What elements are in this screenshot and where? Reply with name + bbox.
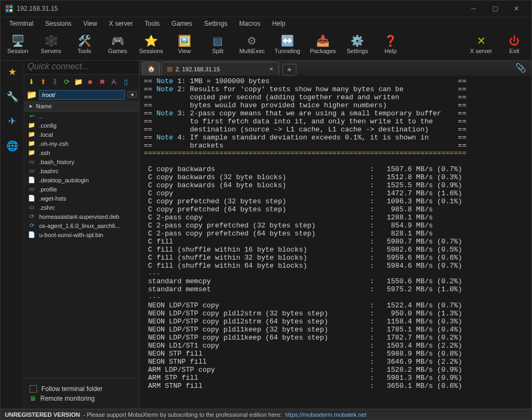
tool-packages[interactable]: 📥Packages <box>310 35 336 54</box>
file-item[interactable]: 📁.config <box>24 121 139 130</box>
properties-icon[interactable]: ▯ <box>121 77 130 86</box>
maximize-button[interactable]: ▢ <box>484 1 506 17</box>
window-title: 192.168.31.15 <box>17 5 58 12</box>
file-item[interactable]: 📁.local <box>24 130 139 139</box>
file-item[interactable]: 📄.desktop_autologin <box>24 175 139 185</box>
menu-tools[interactable]: Tools <box>140 18 165 29</box>
tunneling-icon: ↔️ <box>281 35 294 46</box>
tool-split[interactable]: ▤Split <box>206 35 230 54</box>
tool-servers[interactable]: 🕸️Servers <box>39 35 63 54</box>
file-item[interactable]: 📄.wget-hsts <box>24 194 139 203</box>
menu-terminal[interactable]: Terminal <box>4 18 39 29</box>
remote-monitoring-label: Remote monitoring <box>40 395 94 402</box>
download-icon[interactable]: ⬇ <box>26 77 36 86</box>
packages-icon: 📥 <box>316 35 330 46</box>
remote-monitoring-row[interactable]: 🖥 Remote monitoring <box>30 395 134 402</box>
file-item[interactable]: 📁.oh-my-zsh <box>24 139 139 148</box>
delete-icon[interactable]: ✖ <box>97 77 107 86</box>
settings-icon: ⚙️ <box>351 35 364 46</box>
tool-view[interactable]: 🖼️View <box>173 35 196 54</box>
terminal-icon: ▧ <box>167 65 172 72</box>
file-name: .local <box>39 131 53 138</box>
file-item[interactable]: 📄u-boot-sunxi-with-spl.bin <box>24 230 139 239</box>
tool-games[interactable]: 🎮Games <box>106 35 129 54</box>
file-name: .config <box>39 122 56 129</box>
quick-connect[interactable]: Quick connect... <box>24 61 139 75</box>
globe-strip-icon[interactable]: 🌐 <box>4 138 20 154</box>
menu-help[interactable]: Help <box>267 18 291 29</box>
close-button[interactable]: ✕ <box>506 1 527 17</box>
file-item[interactable]: ▭.zshrc <box>24 203 139 212</box>
file-name: .ssh <box>39 150 50 156</box>
tool-tunneling[interactable]: ↔️Tunneling <box>274 35 300 54</box>
tool-x-server[interactable]: ✕X server <box>469 35 493 54</box>
session-tab[interactable]: ▧ 2. 192.168.31.15 × <box>161 62 279 76</box>
checkbox-icon[interactable] <box>30 385 37 393</box>
tab-close-icon[interactable]: × <box>269 65 274 73</box>
tool-label: Packages <box>310 48 336 54</box>
menubar: TerminalSessionsViewX serverToolsGamesSe… <box>1 17 531 30</box>
path-input[interactable] <box>39 90 125 100</box>
menu-settings[interactable]: Settings <box>199 18 232 29</box>
svg-rect-2 <box>10 5 12 8</box>
file-name: os-agent_1.6.0_linux_aarch6... <box>39 223 120 229</box>
file-icon: 📁 <box>27 131 36 138</box>
folder-icon: 📁 <box>26 90 37 100</box>
file-list-header[interactable]: ▸ Name <box>24 101 139 112</box>
text-icon[interactable]: A <box>109 77 119 86</box>
file-item[interactable]: ⟳homeassistant-supervised.deb <box>24 212 139 221</box>
file-item[interactable]: ▭.profile <box>24 185 139 194</box>
file-icon: ▭ <box>27 186 36 193</box>
tool-tools[interactable]: 🛠️Tools <box>72 35 96 54</box>
tool-help[interactable]: ❓Help <box>379 35 403 54</box>
file-item[interactable]: ↩.. <box>24 112 139 121</box>
stop-icon[interactable]: ■ <box>85 77 95 86</box>
toolbar: 🖥️Session🕸️Servers🛠️Tools🎮Games⭐Sessions… <box>1 30 531 61</box>
exit-icon: ⏻ <box>509 35 520 46</box>
file-icon: 📄 <box>27 231 36 238</box>
status-link[interactable]: https://mobaxterm.mobatek.net <box>285 411 367 418</box>
tool-label: X server <box>470 48 492 54</box>
file-item[interactable]: ▭.bashrc <box>24 166 139 175</box>
file-name: .oh-my-zsh <box>39 141 68 147</box>
download2-icon[interactable]: ⇩ <box>50 77 60 86</box>
new-tab-button[interactable]: ＋ <box>282 64 296 76</box>
file-icon: 📄 <box>27 195 36 202</box>
new-folder-icon[interactable]: 📁 <box>74 77 83 86</box>
view-icon: 🖼️ <box>178 35 191 46</box>
macros-strip-icon[interactable]: ✈ <box>4 113 20 129</box>
tool-sessions[interactable]: ⭐Sessions <box>139 35 163 54</box>
tool-session[interactable]: 🖥️Session <box>6 35 30 54</box>
tool-multiexec[interactable]: ⚙MultiExec <box>239 35 265 54</box>
menu-games[interactable]: Games <box>166 18 198 29</box>
upload-icon[interactable]: ⬆ <box>38 77 48 86</box>
status-mid: - Please support MobaXterm by subscribin… <box>83 411 282 418</box>
menu-macros[interactable]: Macros <box>234 18 266 29</box>
file-item[interactable]: ⟳os-agent_1.6.0_linux_aarch6... <box>24 221 139 230</box>
minimize-button[interactable]: ─ <box>463 1 484 17</box>
refresh-icon[interactable]: ⟳ <box>62 77 71 86</box>
path-dropdown[interactable]: ▾ <box>127 91 137 98</box>
tool-label: Split <box>212 48 223 54</box>
tool-exit[interactable]: ⏻Exit <box>502 35 526 54</box>
file-icon: 📁 <box>27 140 36 147</box>
titlebar: 192.168.31.15 ─ ▢ ✕ <box>1 1 531 17</box>
menu-sessions[interactable]: Sessions <box>40 18 77 29</box>
home-tab[interactable]: 🏠 <box>142 62 160 76</box>
terminal[interactable]: == Note 1: 1MB = 1000000 bytes == == Not… <box>140 76 531 409</box>
servers-icon: 🕸️ <box>45 35 58 46</box>
favorites-icon[interactable]: ★ <box>4 64 20 80</box>
tool-label: Servers <box>41 48 61 54</box>
menu-x-server[interactable]: X server <box>104 18 139 29</box>
file-item[interactable]: 📁.ssh <box>24 148 139 157</box>
status-left: UNREGISTERED VERSION <box>5 411 80 418</box>
paperclip-icon[interactable]: 📎 <box>515 63 526 73</box>
tool-settings[interactable]: ⚙️Settings <box>346 35 369 54</box>
file-item[interactable]: ▭.bash_history <box>24 157 139 166</box>
path-box: 📁 ▾ <box>24 89 139 101</box>
file-icon: 📁 <box>27 149 36 156</box>
menu-view[interactable]: View <box>78 18 103 29</box>
follow-terminal-row[interactable]: Follow terminal folder <box>30 385 134 393</box>
tools-strip-icon[interactable]: 🔧 <box>4 89 20 105</box>
sessions-icon: ⭐ <box>144 35 158 46</box>
